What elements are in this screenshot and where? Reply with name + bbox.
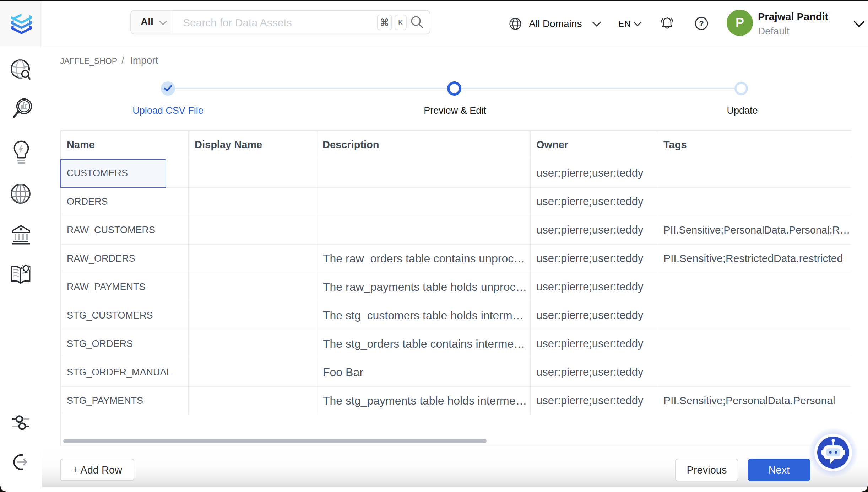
svg-text:?: ? (699, 19, 704, 28)
